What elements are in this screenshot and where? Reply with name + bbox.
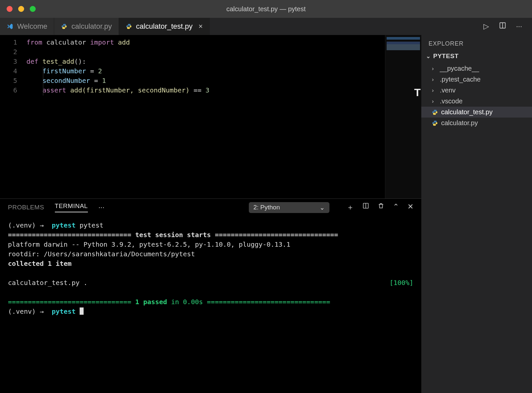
line-gutter: 1 2 3 4 5 6 xyxy=(0,35,26,198)
python-icon xyxy=(126,23,132,30)
panel-tabs: PROBLEMS TERMINAL ··· 2: Python ⌄ ＋ ⌃ xyxy=(0,199,421,216)
editor[interactable]: 1 2 3 4 5 6 from calculator import add d… xyxy=(0,35,421,198)
term-dir: pytest xyxy=(48,307,79,315)
term-bar: =============================== xyxy=(8,298,135,306)
chevron-down-icon: ⌄ xyxy=(426,53,431,60)
token-number: 2 xyxy=(94,67,102,75)
editor-toolbar: ▷ ··· xyxy=(483,18,532,35)
term-env: (.venv) xyxy=(8,221,36,229)
close-icon[interactable]: × xyxy=(199,22,203,31)
line-number: 6 xyxy=(0,86,17,95)
token: firstNumber xyxy=(26,67,90,75)
tree-folder[interactable]: › __pycache__ xyxy=(421,63,532,74)
indent-guide xyxy=(43,67,43,95)
token-keyword: import xyxy=(90,38,114,46)
tree-file[interactable]: calculator.py xyxy=(421,118,532,128)
term-line: calculator_test.py . xyxy=(8,279,88,287)
python-icon xyxy=(61,23,67,30)
more-icon[interactable]: ··· xyxy=(98,203,104,212)
window-title: calculator_test.py — pytest xyxy=(226,5,306,13)
run-icon[interactable]: ▷ xyxy=(483,22,489,31)
term-progress: [100%] xyxy=(390,278,413,288)
split-editor-icon[interactable] xyxy=(499,22,506,31)
tree-label: .venv xyxy=(440,87,456,94)
vscode-icon xyxy=(7,23,13,30)
line-number: 1 xyxy=(0,38,17,47)
term-cmd: pytest xyxy=(80,221,103,229)
tree-folder[interactable]: › .pytest_cache xyxy=(421,74,532,85)
tree-file[interactable]: calculator_test.py xyxy=(421,107,532,118)
main: 1 2 3 4 5 6 from calculator import add d… xyxy=(0,35,532,393)
term-passed: 1 passed xyxy=(135,298,167,306)
tab-label: calculator_test.py xyxy=(136,22,193,31)
chevron-right-icon: › xyxy=(432,65,437,72)
term-env: (.venv) xyxy=(8,307,36,315)
minimap[interactable] xyxy=(385,35,421,198)
chevron-down-icon: ⌄ xyxy=(320,204,325,211)
code-content[interactable]: from calculator import add def test_add(… xyxy=(26,35,385,198)
editor-tabs: Welcome calculator.py calculator_test.py… xyxy=(0,18,532,35)
panel-tab-terminal[interactable]: TERMINAL xyxy=(55,202,88,212)
token: secondNumber xyxy=(26,77,94,85)
panel: PROBLEMS TERMINAL ··· 2: Python ⌄ ＋ ⌃ xyxy=(0,198,421,393)
terminal-output[interactable]: (.venv) → pytest pytest ================… xyxy=(0,216,421,393)
more-icon[interactable]: ··· xyxy=(516,22,522,31)
term-line: platform darwin -- Python 3.9.2, pytest-… xyxy=(8,240,290,248)
tree-label: .vscode xyxy=(440,97,463,105)
terminal-selector-label: 2: Python xyxy=(253,204,280,211)
tree-folder[interactable]: › .vscode xyxy=(421,96,532,107)
explorer-title: EXPLORER xyxy=(421,35,532,51)
split-terminal-icon[interactable] xyxy=(362,202,369,212)
panel-tab-problems[interactable]: PROBLEMS xyxy=(8,204,44,211)
overlay-letter: T xyxy=(414,87,421,99)
line-number: 4 xyxy=(0,66,17,76)
term-line: rootdir: /Users/saranshkataria/Documents… xyxy=(8,250,195,258)
tab-calculator-test[interactable]: calculator_test.py × xyxy=(119,18,210,35)
term-line: collected 1 item xyxy=(8,260,72,268)
tab-label: calculator.py xyxy=(71,22,112,31)
chevron-up-icon[interactable]: ⌃ xyxy=(393,202,399,212)
token-keyword: def xyxy=(26,57,38,65)
chevron-right-icon: › xyxy=(432,87,437,94)
window-maximize-button[interactable] xyxy=(30,6,36,12)
token: add(firstNumber, secondNumber) xyxy=(66,86,193,94)
token: (): xyxy=(74,57,86,65)
tree-label: calculator.py xyxy=(441,119,478,127)
line-number: 5 xyxy=(0,76,17,86)
python-icon xyxy=(432,120,438,126)
tab-calculator[interactable]: calculator.py xyxy=(54,18,119,35)
terminal-selector[interactable]: 2: Python ⌄ xyxy=(249,202,329,213)
tab-welcome[interactable]: Welcome xyxy=(0,18,54,35)
token-number: 1 xyxy=(98,77,106,85)
tree-label: calculator_test.py xyxy=(441,108,493,116)
tree-folder[interactable]: › .venv xyxy=(421,85,532,96)
term-bar: =============================== xyxy=(203,298,330,306)
chevron-right-icon: › xyxy=(432,98,437,105)
python-icon xyxy=(432,109,438,115)
trash-icon[interactable] xyxy=(378,202,384,212)
editor-pane: 1 2 3 4 5 6 from calculator import add d… xyxy=(0,35,421,393)
term-bar: =============================== xyxy=(211,231,338,239)
token: add xyxy=(114,38,130,46)
window-close-button[interactable] xyxy=(7,6,13,12)
traffic-lights xyxy=(0,6,36,12)
term-arrow: → xyxy=(36,221,48,229)
term-dir: pytest xyxy=(48,221,79,229)
close-panel-icon[interactable]: ✕ xyxy=(407,202,413,212)
explorer-root-label: PYTEST xyxy=(433,53,459,60)
new-terminal-icon[interactable]: ＋ xyxy=(347,202,354,212)
explorer-root[interactable]: ⌄ PYTEST xyxy=(421,51,532,62)
window-minimize-button[interactable] xyxy=(18,6,24,12)
line-number: 2 xyxy=(0,47,17,57)
panel-actions: ＋ ⌃ ✕ xyxy=(347,202,413,212)
file-tree: › __pycache__ › .pytest_cache › .venv › … xyxy=(421,62,532,130)
term-arrow: → xyxy=(36,307,48,315)
term-bar: =============================== xyxy=(8,231,135,239)
token: = xyxy=(94,77,98,85)
token-keyword: assert xyxy=(26,86,66,94)
tree-label: __pycache__ xyxy=(440,65,479,72)
token: calculator xyxy=(42,38,90,46)
cursor xyxy=(80,307,84,315)
token-function: test_add xyxy=(38,57,74,65)
line-number: 3 xyxy=(0,57,17,66)
